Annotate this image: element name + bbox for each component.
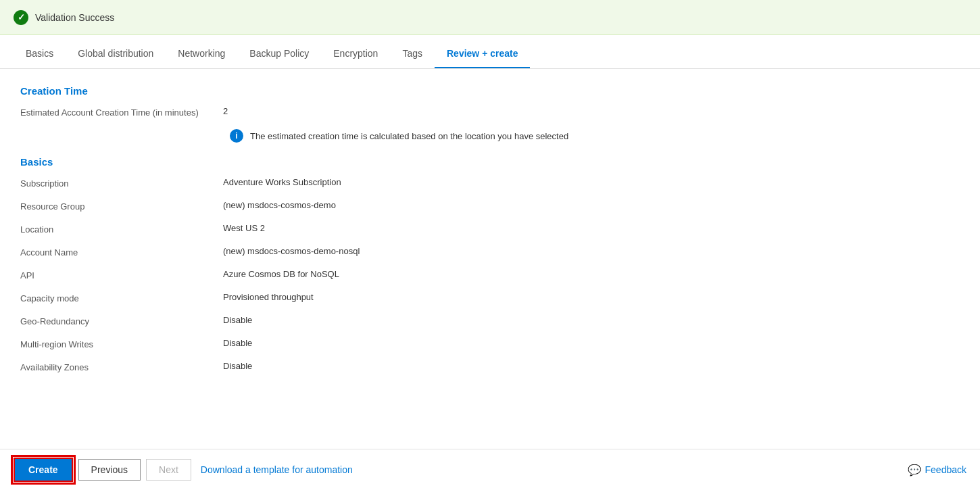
creation-time-section: Creation Time Estimated Account Creation… — [20, 85, 960, 143]
api-row: API Azure Cosmos DB for NoSQL — [20, 269, 960, 285]
account-name-value: (new) msdocs-cosmos-demo-nosql — [223, 246, 360, 256]
tab-global-distribution[interactable]: Global distribution — [66, 40, 166, 68]
create-button[interactable]: Create — [14, 458, 73, 482]
availability-zones-label: Availability Zones — [20, 361, 223, 372]
geo-redundancy-label: Geo-Redundancy — [20, 315, 223, 326]
resource-group-value: (new) msdocs-cosmos-demo — [223, 200, 336, 210]
geo-redundancy-row: Geo-Redundancy Disable — [20, 315, 960, 331]
estimated-time-row: Estimated Account Creation Time (in minu… — [20, 106, 960, 122]
account-name-label: Account Name — [20, 246, 223, 258]
validation-success-icon — [14, 10, 28, 25]
availability-zones-row: Availability Zones Disable — [20, 361, 960, 377]
tab-basics[interactable]: Basics — [14, 40, 66, 68]
availability-zones-value: Disable — [223, 361, 252, 371]
resource-group-row: Resource Group (new) msdocs-cosmos-demo — [20, 200, 960, 216]
location-label: Location — [20, 223, 223, 235]
tab-encryption[interactable]: Encryption — [321, 40, 390, 68]
resource-group-label: Resource Group — [20, 200, 223, 212]
validation-banner: Validation Success — [0, 0, 980, 35]
validation-text: Validation Success — [35, 12, 114, 23]
automation-link[interactable]: Download a template for automation — [201, 464, 353, 475]
footer: Create Previous Next Download a template… — [0, 449, 980, 490]
multi-region-writes-label: Multi-region Writes — [20, 338, 223, 349]
next-button[interactable]: Next — [146, 459, 191, 481]
capacity-mode-row: Capacity mode Provisioned throughput — [20, 292, 960, 308]
capacity-mode-label: Capacity mode — [20, 292, 223, 303]
account-name-row: Account Name (new) msdocs-cosmos-demo-no… — [20, 246, 960, 262]
basics-title: Basics — [20, 156, 960, 168]
multi-region-writes-value: Disable — [223, 338, 252, 348]
tabs-bar: Basics Global distribution Networking Ba… — [0, 35, 980, 69]
subscription-row: Subscription Adventure Works Subscriptio… — [20, 177, 960, 193]
geo-redundancy-value: Disable — [223, 315, 252, 325]
estimated-time-value: 2 — [223, 106, 228, 116]
feedback-label: Feedback — [925, 464, 966, 475]
estimated-time-label: Estimated Account Creation Time (in minu… — [20, 106, 223, 118]
location-row: Location West US 2 — [20, 223, 960, 239]
main-content: Creation Time Estimated Account Creation… — [0, 69, 980, 449]
previous-button[interactable]: Previous — [78, 459, 141, 481]
api-label: API — [20, 269, 223, 280]
api-value: Azure Cosmos DB for NoSQL — [223, 269, 339, 279]
tab-networking[interactable]: Networking — [166, 40, 237, 68]
subscription-value: Adventure Works Subscription — [223, 177, 341, 187]
creation-time-title: Creation Time — [20, 85, 960, 97]
feedback-icon: 💬 — [908, 464, 921, 476]
note-text: The estimated creation time is calculate… — [250, 131, 568, 141]
capacity-mode-value: Provisioned throughput — [223, 292, 314, 302]
tab-tags[interactable]: Tags — [390, 40, 435, 68]
creation-time-note: i The estimated creation time is calcula… — [20, 129, 960, 143]
basics-section: Basics Subscription Adventure Works Subs… — [20, 156, 960, 377]
location-value: West US 2 — [223, 223, 265, 233]
info-icon: i — [230, 129, 243, 143]
feedback-link[interactable]: 💬 Feedback — [908, 464, 966, 476]
multi-region-writes-row: Multi-region Writes Disable — [20, 338, 960, 354]
subscription-label: Subscription — [20, 177, 223, 189]
tab-review-create[interactable]: Review + create — [435, 40, 530, 68]
tab-backup-policy[interactable]: Backup Policy — [237, 40, 321, 68]
